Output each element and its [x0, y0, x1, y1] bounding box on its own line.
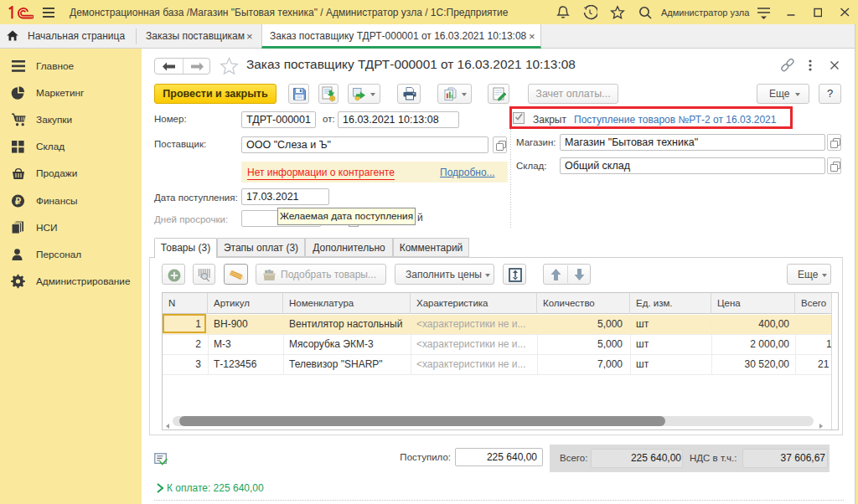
svg-text:₽: ₽	[15, 196, 21, 206]
